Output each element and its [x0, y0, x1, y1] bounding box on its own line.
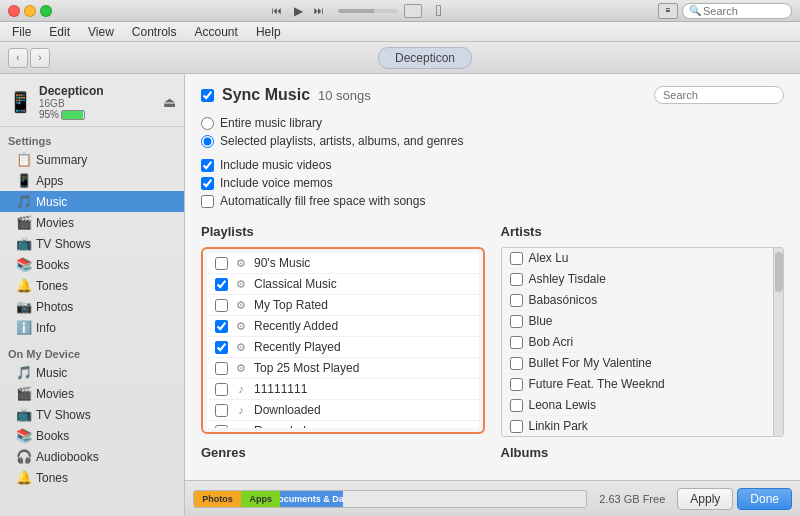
- genres-section: Genres: [201, 445, 485, 468]
- radio-entire-input[interactable]: [201, 117, 214, 130]
- radio-entire-label: Entire music library: [220, 116, 322, 130]
- search-icon: 🔍: [689, 5, 701, 16]
- list-item[interactable]: Linkin Park: [502, 416, 774, 436]
- list-item[interactable]: ⚙ Classical Music: [207, 274, 479, 295]
- list-item[interactable]: Future Feat. The Weeknd: [502, 374, 774, 395]
- sidebar-item-info[interactable]: ℹ️ Info: [0, 317, 184, 338]
- menu-view[interactable]: View: [80, 23, 122, 41]
- view-list-button[interactable]: ≡: [658, 3, 678, 19]
- playlist-check-7[interactable]: [215, 404, 228, 417]
- radio-selected-input[interactable]: [201, 135, 214, 148]
- sync-search-box[interactable]: [654, 86, 784, 104]
- artist-label-5: Bullet For My Valentine: [529, 356, 652, 370]
- search-input[interactable]: [703, 5, 793, 17]
- list-item[interactable]: Bullet For My Valentine: [502, 353, 774, 374]
- playlist-check-2[interactable]: [215, 299, 228, 312]
- sidebar-item-tvshows[interactable]: 📺 TV Shows: [0, 233, 184, 254]
- check-autofill-label: Automatically fill free space with songs: [220, 194, 425, 208]
- radio-group: Entire music library Selected playlists,…: [201, 116, 784, 148]
- forward-nav-button[interactable]: ›: [30, 48, 50, 68]
- check-autofill[interactable]: [201, 195, 214, 208]
- artists-scrollbar[interactable]: [773, 248, 783, 436]
- menu-controls[interactable]: Controls: [124, 23, 185, 41]
- eject-button[interactable]: ⏏: [163, 94, 176, 110]
- menu-account[interactable]: Account: [187, 23, 246, 41]
- check-memos[interactable]: [201, 177, 214, 190]
- sidebar-label-device-music: Music: [36, 366, 67, 380]
- playlist-check-8[interactable]: [215, 425, 228, 429]
- menu-help[interactable]: Help: [248, 23, 289, 41]
- sidebar-item-device-books[interactable]: 📚 Books: [0, 425, 184, 446]
- list-item[interactable]: ⚙ My Top Rated: [207, 295, 479, 316]
- minimize-button[interactable]: [24, 5, 36, 17]
- list-item[interactable]: ♪ 11111111: [207, 379, 479, 400]
- play-button[interactable]: ▶: [288, 3, 308, 19]
- search-box[interactable]: 🔍: [682, 3, 792, 19]
- close-button[interactable]: [8, 5, 20, 17]
- sidebar-item-device-tvshows[interactable]: 📺 TV Shows: [0, 404, 184, 425]
- sidebar-label-device-tones: Tones: [36, 471, 68, 485]
- artist-check-8[interactable]: [510, 420, 523, 433]
- window-controls[interactable]: [8, 5, 52, 17]
- list-item[interactable]: Bob Acri: [502, 332, 774, 353]
- sidebar-item-device-audiobooks[interactable]: 🎧 Audiobooks: [0, 446, 184, 467]
- playlist-check-1[interactable]: [215, 278, 228, 291]
- artist-check-5[interactable]: [510, 357, 523, 370]
- list-item[interactable]: Babasónicos: [502, 290, 774, 311]
- artist-label-4: Bob Acri: [529, 335, 574, 349]
- playlist-label-3: Recently Added: [254, 319, 338, 333]
- sidebar-item-books[interactable]: 📚 Books: [0, 254, 184, 275]
- sync-count: 10 songs: [318, 88, 371, 103]
- sidebar-label-tones: Tones: [36, 279, 68, 293]
- artist-check-0[interactable]: [510, 252, 523, 265]
- sync-search-input[interactable]: [663, 89, 775, 101]
- sidebar-item-apps[interactable]: 📱 Apps: [0, 170, 184, 191]
- playlist-check-3[interactable]: [215, 320, 228, 333]
- sidebar-item-photos[interactable]: 📷 Photos: [0, 296, 184, 317]
- list-item[interactable]: ⚙ Recently Played: [207, 337, 479, 358]
- sidebar-item-tones[interactable]: 🔔 Tones: [0, 275, 184, 296]
- done-button[interactable]: Done: [737, 488, 792, 510]
- screen-button[interactable]: [404, 4, 422, 18]
- apply-button[interactable]: Apply: [677, 488, 733, 510]
- playlist-check-4[interactable]: [215, 341, 228, 354]
- device-tab[interactable]: Decepticon: [378, 47, 472, 69]
- rewind-button[interactable]: ⏮: [268, 4, 286, 18]
- list-item[interactable]: Alex Lu: [502, 248, 774, 269]
- sidebar-item-summary[interactable]: 📋 Summary: [0, 149, 184, 170]
- playlist-check-0[interactable]: [215, 257, 228, 270]
- back-button[interactable]: ‹: [8, 48, 28, 68]
- volume-slider[interactable]: [338, 9, 398, 13]
- list-item[interactable]: Blue: [502, 311, 774, 332]
- sidebar-item-music[interactable]: 🎵 Music: [0, 191, 184, 212]
- artist-check-6[interactable]: [510, 378, 523, 391]
- list-item[interactable]: ♪ Recorded: [207, 421, 479, 428]
- list-item[interactable]: ♪ Downloaded: [207, 400, 479, 421]
- list-item[interactable]: Leona Lewis: [502, 395, 774, 416]
- artist-check-7[interactable]: [510, 399, 523, 412]
- list-item[interactable]: ⚙ 90's Music: [207, 253, 479, 274]
- list-item[interactable]: Ashley Tisdale: [502, 269, 774, 290]
- list-item[interactable]: ⚙ Top 25 Most Played: [207, 358, 479, 379]
- artist-check-3[interactable]: [510, 315, 523, 328]
- menu-file[interactable]: File: [4, 23, 39, 41]
- sidebar-item-device-music[interactable]: 🎵 Music: [0, 362, 184, 383]
- sidebar-label-books: Books: [36, 258, 69, 272]
- sync-music-checkbox[interactable]: [201, 89, 214, 102]
- artist-check-4[interactable]: [510, 336, 523, 349]
- playlist-check-6[interactable]: [215, 383, 228, 396]
- forward-button[interactable]: ⏭: [310, 4, 328, 18]
- maximize-button[interactable]: [40, 5, 52, 17]
- playlist-check-5[interactable]: [215, 362, 228, 375]
- sidebar-item-device-tones[interactable]: 🔔 Tones: [0, 467, 184, 488]
- artist-check-1[interactable]: [510, 273, 523, 286]
- sidebar-item-device-movies[interactable]: 🎬 Movies: [0, 383, 184, 404]
- sidebar-item-movies[interactable]: 🎬 Movies: [0, 212, 184, 233]
- list-item[interactable]: ⚙ Recently Added: [207, 316, 479, 337]
- menu-edit[interactable]: Edit: [41, 23, 78, 41]
- check-videos[interactable]: [201, 159, 214, 172]
- device-name: Decepticon: [39, 84, 104, 98]
- device-audiobooks-icon: 🎧: [16, 449, 30, 464]
- artist-check-2[interactable]: [510, 294, 523, 307]
- options-group: Include music videos Include voice memos…: [201, 158, 784, 208]
